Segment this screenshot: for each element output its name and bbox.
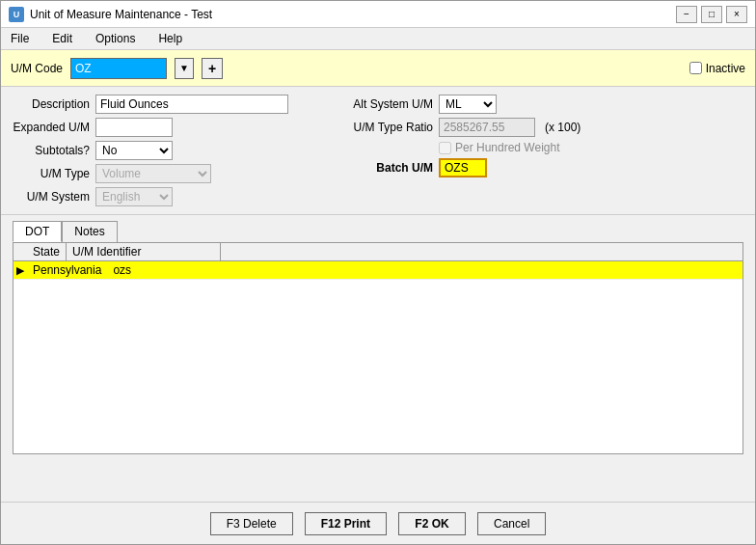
title-bar: U Unit of Measure Maintenance - Test − □… xyxy=(1,1,755,28)
add-button[interactable]: + xyxy=(202,58,223,79)
content-area: Description Expanded U/M Subtotals? No Y… xyxy=(1,87,755,215)
tabs-area: DOT Notes State U/M Identifier ▶ Pennsyl… xyxy=(1,215,755,454)
um-type-select[interactable]: Volume xyxy=(95,164,211,183)
description-input[interactable] xyxy=(95,95,288,114)
menu-options[interactable]: Options xyxy=(90,30,141,47)
subtotals-select[interactable]: No Yes xyxy=(95,141,173,160)
batch-um-input[interactable] xyxy=(439,158,487,177)
per-hundred-weight-label[interactable]: Per Hundred Weight xyxy=(439,141,560,154)
um-type-ratio-input[interactable] xyxy=(439,118,535,137)
inactive-label: Inactive xyxy=(706,62,745,75)
cell-state: Pennsylvania xyxy=(27,261,107,279)
subtotals-row: Subtotals? No Yes xyxy=(13,141,288,160)
ok-button[interactable]: F2 OK xyxy=(398,512,466,535)
cancel-button[interactable]: Cancel xyxy=(477,512,546,535)
toolbar-strip: U/M Code ▼ + Inactive xyxy=(1,50,755,87)
per-hundred-weight-row: Per Hundred Weight xyxy=(327,141,580,154)
app-icon: U xyxy=(9,7,24,22)
row-indicator: ▶ xyxy=(14,264,27,277)
menu-help[interactable]: Help xyxy=(152,30,188,47)
tab-notes[interactable]: Notes xyxy=(62,221,117,242)
alt-system-select[interactable]: ML xyxy=(439,95,497,114)
per-hundred-weight-text: Per Hundred Weight xyxy=(455,141,560,154)
um-type-row: U/M Type Volume xyxy=(13,164,288,183)
minimize-button[interactable]: − xyxy=(676,6,697,23)
delete-button[interactable]: F3 Delete xyxy=(210,512,293,535)
inactive-checkbox[interactable] xyxy=(689,62,702,74)
menu-bar: File Edit Options Help xyxy=(1,28,755,50)
alt-system-label: Alt System U/M xyxy=(327,97,433,111)
um-system-row: U/M System English xyxy=(13,187,288,206)
description-row: Description xyxy=(13,95,288,114)
um-type-label: U/M Type xyxy=(13,167,90,180)
tab-content-dot: State U/M Identifier ▶ Pennsylvania ozs xyxy=(13,242,743,454)
left-fields: Description Expanded U/M Subtotals? No Y… xyxy=(13,95,288,206)
cell-um-identifier: ozs xyxy=(107,261,261,279)
alt-system-row: Alt System U/M ML xyxy=(327,95,580,114)
description-label: Description xyxy=(13,97,90,111)
menu-file[interactable]: File xyxy=(5,30,35,47)
table-row[interactable]: ▶ Pennsylvania ozs xyxy=(14,261,742,280)
um-type-ratio-row: U/M Type Ratio (x 100) xyxy=(327,118,580,137)
expanded-um-label: Expanded U/M xyxy=(13,121,90,134)
um-code-dropdown[interactable]: ▼ xyxy=(175,58,194,79)
um-code-input[interactable] xyxy=(70,58,167,79)
title-bar-left: U Unit of Measure Maintenance - Test xyxy=(9,7,212,22)
per-hundred-weight-checkbox[interactable] xyxy=(439,142,451,154)
inactive-checkbox-label[interactable]: Inactive xyxy=(689,62,745,75)
um-code-label: U/M Code xyxy=(11,62,63,75)
spacer xyxy=(1,454,755,502)
maximize-button[interactable]: □ xyxy=(701,6,722,23)
expanded-um-row: Expanded U/M xyxy=(13,118,288,137)
inactive-area: Inactive xyxy=(689,62,745,75)
col-header-um-identifier: U/M Identifier xyxy=(67,243,221,260)
window-controls: − □ × xyxy=(676,6,747,23)
close-button[interactable]: × xyxy=(726,6,747,23)
table-header: State U/M Identifier xyxy=(14,243,742,261)
um-type-ratio-label: U/M Type Ratio xyxy=(327,121,433,134)
batch-um-label: Batch U/M xyxy=(327,161,433,175)
tabs-header: DOT Notes xyxy=(13,221,743,242)
tab-dot[interactable]: DOT xyxy=(13,221,62,242)
um-system-select[interactable]: English xyxy=(95,187,173,206)
expanded-um-input[interactable] xyxy=(95,118,173,137)
um-type-ratio-suffix: (x 100) xyxy=(545,121,580,134)
um-system-label: U/M System xyxy=(13,190,90,204)
col-header-state: State xyxy=(27,243,67,260)
main-window: U Unit of Measure Maintenance - Test − □… xyxy=(0,0,756,545)
print-button[interactable]: F12 Print xyxy=(305,512,387,535)
subtotals-label: Subtotals? xyxy=(13,144,90,157)
window-title: Unit of Measure Maintenance - Test xyxy=(30,8,212,21)
batch-um-row: Batch U/M xyxy=(327,158,580,177)
footer: F3 Delete F12 Print F2 OK Cancel xyxy=(1,502,755,544)
menu-edit[interactable]: Edit xyxy=(46,30,78,47)
right-fields: Alt System U/M ML U/M Type Ratio (x 100)… xyxy=(327,95,580,206)
